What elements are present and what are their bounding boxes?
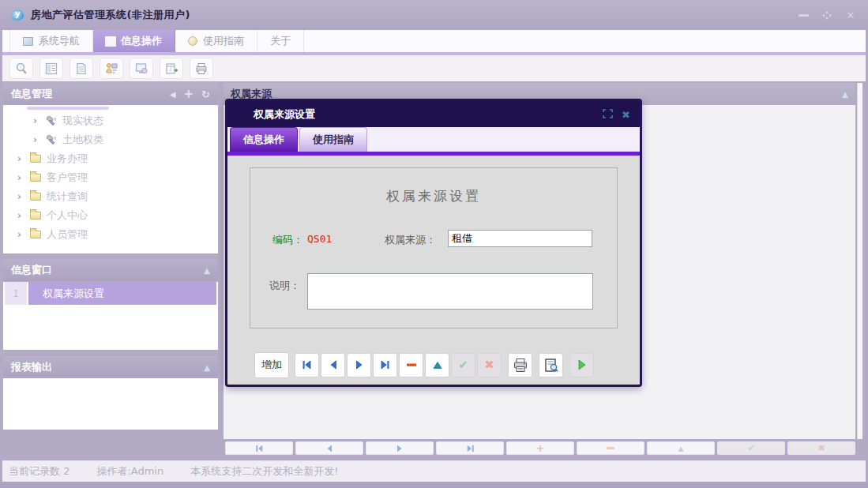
tree-item-personal-center[interactable]: › 个人中心 [3, 206, 218, 225]
nav-cancel-button[interactable]: ✖ [787, 441, 855, 455]
restore-button[interactable] [821, 9, 833, 21]
dialog-tab-info-operation[interactable]: 信息操作 [230, 127, 298, 152]
nav-add-button[interactable]: + [506, 441, 574, 455]
add-button[interactable]: 增加 [254, 352, 289, 378]
operator-name: 操作者:Admin [96, 464, 163, 479]
tree-item-land-right-type[interactable]: › 土地权类 [3, 130, 218, 149]
report-output-list [3, 378, 218, 430]
window-list-row[interactable]: 1 权属来源设置 [5, 282, 216, 305]
info-window-panel-header[interactable]: 信息窗口 ▲ [3, 259, 218, 281]
close-icon: ✖ [622, 109, 630, 121]
nav-delete-button[interactable] [577, 441, 644, 455]
minimize-button[interactable] [797, 9, 810, 21]
edit-record-button[interactable] [425, 353, 449, 377]
monitor-preview-icon [134, 62, 148, 76]
description-label: 说明： [269, 279, 300, 293]
ownership-source-dialog: 权属来源设置 ✖ 信息操作 使用指南 权属来源设置 编码： QS01 权属来源：… [225, 99, 642, 387]
search-tool-button[interactable] [9, 58, 33, 79]
run-button[interactable] [569, 353, 594, 377]
app-logo-icon [11, 9, 24, 21]
delete-icon [607, 447, 614, 449]
vertical-scrollbar[interactable] [857, 83, 862, 439]
edit-record-icon [433, 361, 442, 370]
last-record-button[interactable] [373, 353, 397, 377]
folder-icon [30, 231, 41, 238]
search-icon [14, 62, 28, 76]
tool-icon [46, 116, 57, 126]
monitor-preview-tool-button[interactable] [130, 58, 153, 79]
info-management-panel-header[interactable]: 信息管理 ◀ + ↻ [3, 83, 218, 105]
tree-item-reality-status[interactable]: › 现实状态 [3, 111, 218, 130]
dialog-tab-user-guide[interactable]: 使用指南 [299, 127, 367, 152]
user-report-icon [104, 62, 118, 76]
window-icon [23, 37, 33, 46]
dialog-maximize-button[interactable] [603, 107, 613, 122]
user-report-tool-button[interactable] [100, 58, 123, 79]
nav-edit-button[interactable]: ▲ [647, 441, 715, 455]
dialog-tab-bar: 信息操作 使用指南 [227, 127, 640, 152]
tree-item-customer-management[interactable]: › 客户管理 [3, 168, 218, 187]
next-record-button[interactable] [347, 353, 371, 377]
tab-info-operation[interactable]: 信息操作 [93, 30, 175, 52]
previous-record-button[interactable] [321, 353, 345, 377]
code-label: 编码： [272, 233, 303, 247]
chevron-right-icon: › [17, 191, 24, 202]
collapse-up-icon[interactable]: ▲ [204, 363, 210, 372]
tab-system-navigation[interactable]: 系统导航 [9, 30, 93, 52]
folder-icon [30, 212, 41, 220]
dialog-content: 权属来源设置 编码： QS01 权属来源： 说明： 增加 ✔ ✖ [227, 156, 640, 385]
minimize-icon [798, 14, 809, 17]
tab-label: 信息操作 [121, 34, 162, 48]
cancel-button[interactable]: ✖ [477, 353, 502, 377]
nav-last-button[interactable] [436, 441, 504, 455]
form-title: 权属来源设置 [250, 187, 617, 205]
confirm-button[interactable]: ✔ [451, 353, 475, 377]
description-textarea[interactable] [307, 273, 593, 310]
first-record-button[interactable] [295, 353, 319, 377]
close-icon: ✕ [847, 10, 855, 21]
grid-icon [106, 37, 115, 46]
tree-item-personnel-management[interactable]: › 人员管理 [3, 225, 218, 244]
chevron-right-icon: › [17, 172, 24, 183]
print-preview-button[interactable] [539, 353, 563, 377]
source-input[interactable] [448, 230, 592, 247]
print-button[interactable] [508, 353, 532, 377]
tree-item-business-handling[interactable]: › 业务办理 [3, 149, 218, 168]
confirm-icon: ✔ [747, 443, 754, 453]
source-label: 权属来源： [385, 233, 436, 247]
collapse-left-icon[interactable]: ◀ [170, 90, 176, 99]
list-view-tool-button[interactable] [39, 58, 63, 79]
nav-previous-button[interactable] [295, 441, 363, 455]
title-bar: 房地产评估管理系统(非注册用户) ✕ [0, 0, 868, 30]
chevron-right-icon: › [33, 134, 40, 145]
document-tool-button[interactable] [70, 58, 93, 79]
print-icon [513, 358, 528, 373]
nav-first-button[interactable] [225, 441, 293, 455]
sidebar: 信息管理 ◀ + ↻ › 现实状态 › 土地权类 [3, 83, 218, 430]
table-add-tool-button[interactable] [160, 58, 183, 79]
info-management-tree: › 现实状态 › 土地权类 › 业务办理 › 客户管理 [3, 105, 218, 253]
dialog-title-bar: 权属来源设置 ✖ [227, 101, 640, 127]
tab-user-guide[interactable]: 使用指南 [175, 30, 257, 52]
add-icon[interactable]: + [184, 87, 194, 101]
dialog-close-button[interactable]: ✖ [622, 107, 630, 122]
tree-item-label: 客户管理 [47, 171, 88, 185]
tree-item-statistics-query[interactable]: › 统计查询 [3, 187, 218, 206]
printer-tool-button[interactable] [190, 58, 213, 79]
main-toolbar [2, 55, 866, 81]
collapse-up-icon[interactable]: ▲ [842, 90, 848, 99]
previous-record-icon [325, 445, 333, 452]
table-add-icon [164, 62, 178, 76]
nav-next-button[interactable] [366, 441, 434, 455]
tab-about[interactable]: 关于 [257, 30, 304, 52]
first-record-icon [255, 445, 264, 452]
tree-horizontal-scrollbar[interactable] [27, 107, 109, 110]
panel-title: 报表输出 [11, 360, 52, 374]
refresh-icon[interactable]: ↻ [201, 88, 210, 100]
close-button[interactable]: ✕ [844, 9, 857, 21]
nav-confirm-button[interactable]: ✔ [717, 441, 785, 455]
add-button-label: 增加 [261, 358, 282, 372]
collapse-up-icon[interactable]: ▲ [204, 266, 210, 275]
report-output-panel-header[interactable]: 报表输出 ▲ [3, 356, 218, 378]
delete-record-button[interactable] [399, 353, 423, 377]
